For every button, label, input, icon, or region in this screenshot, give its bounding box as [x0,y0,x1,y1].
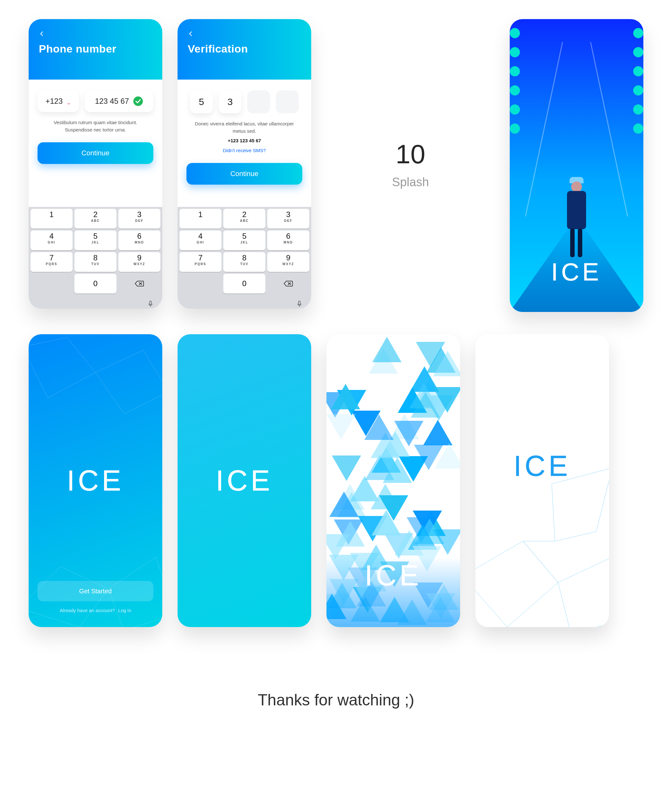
keypad-key-1[interactable]: 1 [179,209,221,229]
section-number: 10 [395,139,425,170]
keypad-key-8[interactable]: 8TUV [74,252,117,272]
numeric-keypad: 12ABC3DEF4GHI5JKL6MNO7PQRS8TUV9WXYZ 0 [178,207,311,309]
check-circle-icon [133,96,143,106]
keypad-key-2[interactable]: 2ABC [223,209,266,229]
footer-thanks: Thanks for watching ;) [29,691,643,709]
login-prompt: Already have an account? Log in [38,608,154,613]
svg-rect-3 [150,301,152,304]
resend-sms-link[interactable]: Didn't receive SMS? [188,147,300,154]
section-label: 10 Splash [326,19,494,309]
screen-phone-number: Phone number +123 123 45 67 Vestibulum [29,19,162,309]
help-text: Donec viverra eleifend lacus, vitae ulla… [188,120,300,135]
keypad-key-1[interactable]: 1 [30,209,72,229]
keypad-key-7[interactable]: 7PQRS [30,252,72,272]
country-code-select[interactable]: +123 [38,90,79,112]
svg-point-0 [133,96,143,106]
keypad-key-6[interactable]: 6MNO [118,231,160,250]
keypad-blank [179,274,221,293]
keypad-key-5[interactable]: 5JKL [223,231,266,250]
phone-number-input[interactable]: 123 45 67 [85,90,154,112]
keypad-key-2[interactable]: 2ABC [74,209,117,229]
logo: ICE [475,450,609,482]
logo: ICE [326,559,460,592]
chevron-down-icon [67,99,71,104]
mic-icon[interactable] [296,300,303,309]
page-title: Phone number [39,43,152,55]
get-started-button[interactable]: Get Started [38,581,154,601]
otp-digit-3[interactable] [247,90,270,113]
header: Verification [178,19,311,80]
logo: ICE [510,258,643,287]
mic-icon[interactable] [147,300,154,309]
screen-splash-2: ICE [178,334,311,627]
help-text: Vestibulum rutrum quam vitae tincidunt. … [40,119,152,133]
keypad-key-5[interactable]: 5JKL [74,231,117,250]
keypad-key-3[interactable]: 3DEF [118,209,160,229]
keypad-key-0[interactable]: 0 [223,274,266,293]
keypad-key-7[interactable]: 7PQRS [179,252,221,272]
screen-splash-1: ICE Get Started Already have an account?… [29,334,162,627]
section-name: Splash [392,175,429,189]
keypad-key-4[interactable]: 4GHI [30,231,72,250]
otp-digit-2[interactable]: 3 [219,90,242,113]
svg-rect-7 [298,301,300,304]
phone-number-value: 123 45 67 [95,97,129,106]
country-code-value: +123 [45,97,63,106]
keypad-key-9[interactable]: 9WXYZ [267,252,309,272]
logo: ICE [29,464,162,497]
backspace-icon[interactable] [267,274,309,293]
keypad-key-4[interactable]: 4GHI [179,231,221,250]
back-icon[interactable] [39,30,45,37]
logo: ICE [178,464,311,497]
header: Phone number [29,19,162,80]
screen-splash-3: ICE [326,334,460,627]
screen-splash-hero: ICE [510,19,643,312]
keypad-blank [30,274,72,293]
person-illustration [567,191,586,229]
numeric-keypad: 12ABC3DEF4GHI5JKL6MNO7PQRS8TUV9WXYZ 0 [29,207,162,309]
phone-display: +123 123 45 67 [188,137,300,144]
otp-digit-1[interactable]: 5 [190,90,213,113]
backspace-icon[interactable] [118,274,160,293]
back-icon[interactable] [188,30,194,37]
login-link[interactable]: Log in [118,608,131,613]
keypad-key-9[interactable]: 9WXYZ [118,252,160,272]
keypad-key-3[interactable]: 3DEF [267,209,309,229]
keypad-key-0[interactable]: 0 [74,274,117,293]
otp-digit-4[interactable] [276,90,299,113]
keypad-key-6[interactable]: 6MNO [267,231,309,250]
already-label: Already have an account? [60,608,115,613]
continue-button[interactable]: Continue [38,142,154,164]
screen-verification: Verification 5 3 Donec viverra eleifend … [178,19,311,309]
screen-splash-4: ICE [475,334,609,627]
continue-button[interactable]: Continue [186,163,302,185]
keypad-key-8[interactable]: 8TUV [223,252,266,272]
page-title: Verification [188,43,301,55]
